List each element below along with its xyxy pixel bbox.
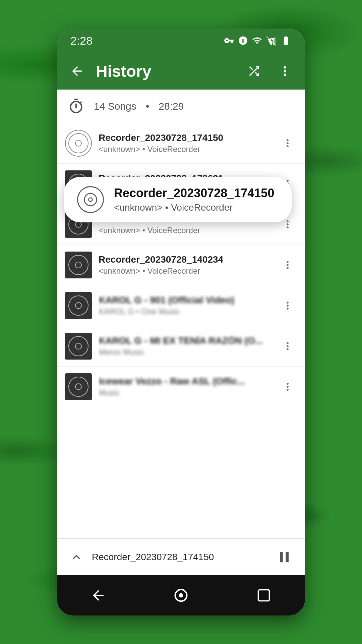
more-options-track-button[interactable]	[278, 256, 297, 274]
more-vert-icon	[278, 64, 292, 78]
more-options-track-button[interactable]	[278, 296, 297, 315]
tooltip-dot: •	[165, 202, 171, 213]
track-thumbnail	[65, 252, 92, 278]
summary-dot: •	[146, 101, 149, 112]
track-thumbnail	[65, 333, 92, 360]
vinyl-icon	[68, 133, 88, 153]
track-info: Recorder_20230728_140234 <unknown> • Voi…	[99, 254, 272, 276]
track-title: KAROL G - 901 (Official Video)	[99, 295, 272, 306]
wifi-icon	[252, 36, 262, 46]
block-icon	[238, 36, 248, 46]
svg-rect-4	[258, 590, 269, 601]
nav-home-icon	[172, 587, 190, 604]
more-vert-track-icon	[282, 259, 294, 271]
more-vert-track-icon	[282, 218, 294, 230]
track-title: Recorder_20230728_140234	[99, 254, 272, 265]
now-playing-title: Recorder_20230728_174150	[92, 552, 267, 562]
track-info: Recorder_20230728_174150 <unknown> • Voi…	[99, 132, 272, 154]
svg-point-1	[89, 198, 93, 202]
page-title: History	[96, 62, 235, 80]
shuffle-button[interactable]	[242, 59, 266, 83]
track-meta: Music	[99, 388, 272, 397]
status-bar: 2:28	[57, 29, 305, 53]
track-info: Icewear Vezzo - Raw ASL (Offic... Music	[99, 376, 272, 397]
back-button[interactable]	[65, 59, 89, 83]
list-item[interactable]: KAROL G - 901 (Official Video) KAROL G •…	[57, 285, 305, 326]
tooltip-artist: <unknown>	[114, 202, 163, 213]
list-item[interactable]: Icewear Vezzo - Raw ASL (Offic... Music	[57, 367, 305, 407]
track-thumbnail	[65, 130, 92, 157]
track-meta: <unknown> • VoiceRecorder	[99, 266, 272, 276]
track-info: KAROL G - MI EX TENÍA RAZÓN (O... Meros …	[99, 335, 272, 357]
content-area: 14 Songs • 28:29 Recorder_20230728_17415…	[57, 90, 305, 575]
more-options-track-button[interactable]	[278, 377, 297, 396]
more-vert-track-icon	[282, 137, 294, 149]
app-bar: History	[57, 53, 305, 90]
nav-bar	[57, 575, 305, 615]
tooltip-vinyl-icon	[77, 186, 104, 213]
nav-back-button[interactable]	[81, 582, 115, 609]
track-meta: KAROL G • One Music	[99, 307, 272, 316]
vinyl-icon-dark	[68, 377, 88, 397]
list-item[interactable]: Recorder_20230728_140234 <unknown> • Voi…	[57, 245, 305, 285]
track-title: KAROL G - MI EX TENÍA RAZÓN (O...	[99, 335, 272, 346]
more-vert-track-icon	[282, 340, 294, 352]
phone-frame: 2:28	[57, 29, 305, 615]
pause-icon	[276, 548, 293, 566]
signal-icon	[266, 36, 276, 46]
status-icons	[224, 36, 292, 46]
vpn-key-icon	[224, 36, 234, 46]
tooltip-title: Recorder_20230728_174150	[114, 186, 274, 200]
track-title: Icewear Vezzo - Raw ASL (Offic...	[99, 376, 272, 387]
song-count: 14 Songs	[94, 101, 136, 112]
tooltip-vinyl-svg	[83, 192, 98, 207]
track-thumbnail	[65, 373, 92, 400]
battery-icon	[280, 36, 292, 46]
more-vert-track-icon	[282, 381, 294, 393]
svg-point-0	[84, 194, 97, 206]
more-options-track-button[interactable]	[278, 337, 297, 356]
vinyl-icon-dark	[68, 336, 88, 356]
nav-back-icon	[90, 587, 106, 603]
expand-player-button[interactable]	[68, 548, 85, 566]
summary-row: 14 Songs • 28:29	[57, 90, 305, 123]
nav-recents-button[interactable]	[247, 582, 281, 609]
more-vert-track-icon	[282, 300, 294, 312]
track-title: Recorder_20230728_174150	[99, 132, 272, 143]
more-options-track-button[interactable]	[278, 134, 297, 153]
pause-button[interactable]	[274, 547, 294, 567]
chevron-up-icon	[69, 550, 84, 565]
nav-recents-icon	[256, 588, 271, 603]
now-playing-bar[interactable]: Recorder_20230728_174150	[57, 538, 305, 575]
track-thumbnail	[65, 292, 92, 319]
vinyl-icon-dark	[68, 255, 88, 275]
track-tooltip: Recorder_20230728_174150 <unknown> • Voi…	[64, 177, 292, 222]
list-item[interactable]: KAROL G - MI EX TENÍA RAZÓN (O... Meros …	[57, 326, 305, 367]
track-meta: <unknown> • VoiceRecorder	[99, 226, 272, 235]
tooltip-source: VoiceRecorder	[171, 202, 233, 213]
back-icon	[70, 64, 84, 78]
tooltip-text: Recorder_20230728_174150 <unknown> • Voi…	[114, 186, 274, 213]
track-info: KAROL G - 901 (Official Video) KAROL G •…	[99, 295, 272, 316]
timer-icon	[68, 98, 84, 115]
shuffle-icon	[247, 64, 261, 78]
tooltip-meta: <unknown> • VoiceRecorder	[114, 202, 274, 213]
more-options-button[interactable]	[273, 59, 297, 83]
track-meta: <unknown> • VoiceRecorder	[99, 145, 272, 154]
vinyl-icon-dark	[68, 296, 88, 316]
total-duration: 28:29	[159, 101, 184, 112]
svg-point-3	[179, 593, 183, 598]
list-item[interactable]: Recorder_20230728_174150 <unknown> • Voi…	[57, 123, 305, 164]
nav-home-button[interactable]	[164, 582, 198, 609]
track-meta: Meros Music	[99, 347, 272, 357]
status-time: 2:28	[70, 34, 93, 47]
